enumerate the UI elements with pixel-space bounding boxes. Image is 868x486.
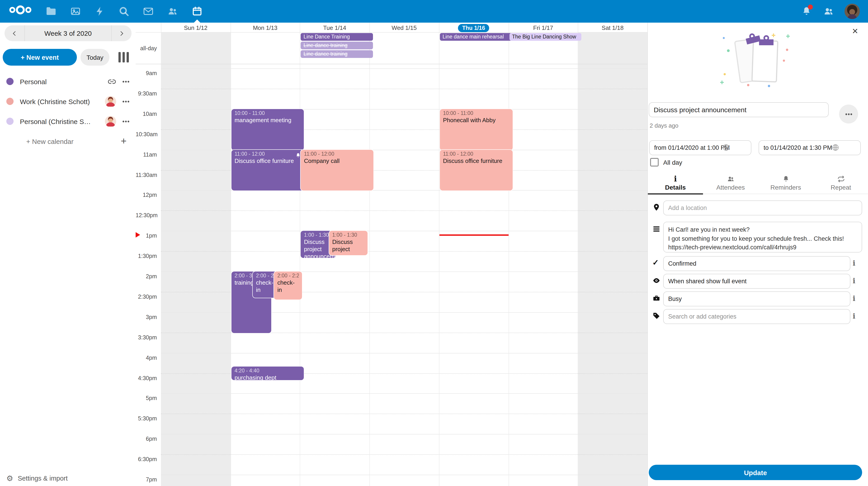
calendar-app-icon[interactable] <box>192 6 203 17</box>
event-check-in[interactable]: 2:00 - 2:20check-in <box>274 271 302 299</box>
new-calendar-button[interactable]: + New calendar+ <box>0 131 135 151</box>
event-management-meeting[interactable]: 10:00 - 11:00management meeting <box>231 109 304 150</box>
time-label: 2:30pm <box>135 294 157 300</box>
allday-event[interactable]: Line Dance Training <box>301 33 373 41</box>
tab-repeat[interactable]: Repeat <box>813 172 868 194</box>
shared-by-avatar <box>105 116 116 127</box>
column-divider <box>578 23 579 486</box>
calendar-list-item[interactable]: Personal (Christine Schott) <box>0 111 135 131</box>
weekend-shading <box>578 32 647 486</box>
event-company-call[interactable]: 11:00 - 12:00Company call <box>301 149 373 191</box>
photos-app-icon[interactable] <box>70 6 81 17</box>
end-datetime-input[interactable] <box>758 140 861 155</box>
plus-icon[interactable]: + <box>121 135 127 147</box>
confirmed-select[interactable]: Confirmed <box>663 256 850 271</box>
time-label: 3pm <box>135 314 157 320</box>
tab-reminders[interactable]: Reminders <box>758 172 813 194</box>
info-icon[interactable]: i <box>852 312 855 320</box>
top-bar <box>0 0 868 23</box>
mail-app-icon[interactable] <box>143 6 154 17</box>
all-day-checkbox[interactable] <box>650 158 659 167</box>
search-app-icon[interactable] <box>119 6 129 17</box>
event-discuss-office-furniture[interactable]: 11:00 - 12:00Discuss office furniture <box>440 149 513 191</box>
previous-week-button[interactable] <box>4 25 24 41</box>
close-icon[interactable]: × <box>852 26 858 36</box>
allday-event[interactable]: Line dance training <box>301 41 373 49</box>
description-textarea[interactable]: Hi Carl! are you in next week? I got som… <box>663 222 862 253</box>
files-app-icon[interactable] <box>46 6 57 17</box>
event-time: 1:00 - 1:30 <box>332 232 364 238</box>
search-or-add-categories-select[interactable]: Search or add categories <box>663 309 850 324</box>
event-discuss-office-furniture[interactable]: 11:00 - 12:00Discuss office furniture <box>231 149 304 191</box>
settings-import-button[interactable]: ⚙ Settings & import <box>0 470 135 486</box>
time-label: 6:30pm <box>135 456 157 462</box>
activity-app-icon[interactable] <box>94 6 105 17</box>
today-day-pill: Thu 1/16 <box>458 24 489 32</box>
event-purchasing-dept[interactable]: 4:20 - 4:40purchasing dept <box>231 366 304 380</box>
allday-event[interactable]: The Big Line Dancing Show <box>509 33 581 41</box>
contacts-menu-icon[interactable] <box>823 6 834 17</box>
calendar-menu-icon[interactable] <box>122 77 130 86</box>
tab-attendees[interactable]: Attendees <box>703 172 758 194</box>
user-avatar[interactable] <box>844 4 860 19</box>
info-icon[interactable]: i <box>852 277 855 285</box>
next-week-button[interactable] <box>112 25 131 41</box>
busy-select[interactable]: Busy <box>663 291 850 306</box>
calendar-menu-icon[interactable] <box>122 117 130 125</box>
event-discuss-project[interactable]: 1:00 - 1:30Discuss project <box>329 231 368 255</box>
calendar-list-item[interactable]: Work (Christine Schott) <box>0 91 135 111</box>
day-header-sun[interactable]: Sun 1/12 <box>161 23 230 33</box>
event-time: 10:00 - 11:00 <box>235 110 301 117</box>
sidebar: Week 3 of 2020 + New event Today Persona… <box>0 23 135 486</box>
tab-details[interactable]: iDetails <box>648 172 703 194</box>
event-title: Discuss office furniture <box>443 157 509 165</box>
info-icon[interactable]: i <box>852 259 855 267</box>
contacts-app-icon[interactable] <box>167 6 178 17</box>
week-label[interactable]: Week 3 of 2020 <box>24 25 112 41</box>
time-label: 6pm <box>135 436 157 442</box>
start-datetime-input[interactable] <box>649 140 751 155</box>
view-mode-toggle-icon[interactable] <box>119 52 133 62</box>
calendar-list-item[interactable]: Personal <box>0 72 135 91</box>
slot-line <box>161 353 647 353</box>
event-title-input[interactable] <box>649 102 829 117</box>
column-divider <box>161 23 161 486</box>
event-phonecall-with-abby[interactable]: 10:00 - 11:00Phonecall with Abby <box>440 109 513 150</box>
slot-line <box>161 454 647 455</box>
active-tab-underline <box>648 193 703 195</box>
calendar-list: PersonalWork (Christine Schott)Personal … <box>0 72 135 151</box>
check-icon: ✓ <box>652 259 660 267</box>
day-header-sat[interactable]: Sat 1/18 <box>578 23 647 33</box>
briefcase-icon <box>652 294 660 302</box>
day-header-fri[interactable]: Fri 1/17 <box>508 23 578 33</box>
time-label: 12pm <box>135 192 157 198</box>
calendar-menu-icon[interactable] <box>122 97 130 106</box>
info-icon: i <box>648 173 703 183</box>
new-event-button[interactable]: + New event <box>3 49 77 66</box>
allday-event[interactable]: Line dance main rehearsal <box>440 33 512 41</box>
location-pin-icon <box>652 203 660 211</box>
tab-label: Attendees <box>703 184 758 191</box>
update-button[interactable]: Update <box>649 465 862 480</box>
people2-icon <box>703 173 758 183</box>
location-input[interactable] <box>663 200 862 216</box>
when-shared-show-full-event-select[interactable]: When shared show full event <box>663 274 850 289</box>
event-title: Discuss project announcement <box>304 238 333 258</box>
day-header-thu[interactable]: Thu 1/16 <box>439 23 508 33</box>
weekend-shading <box>161 32 230 486</box>
new-calendar-label: + New calendar <box>26 137 121 145</box>
day-header-tue[interactable]: Tue 1/14 <box>300 23 369 33</box>
today-button[interactable]: Today <box>81 49 110 66</box>
last-modified-text: 2 days ago <box>650 122 678 129</box>
share-link-icon[interactable] <box>107 77 116 86</box>
info-icon[interactable]: i <box>852 294 855 303</box>
clipboard-illustration <box>719 32 797 91</box>
tag-icon <box>652 312 660 320</box>
time-label: 11:30am <box>135 172 157 178</box>
day-header-mon[interactable]: Mon 1/13 <box>230 23 300 33</box>
nextcloud-logo-icon[interactable] <box>7 4 33 19</box>
day-header-wed[interactable]: Wed 1/15 <box>369 23 439 33</box>
notifications-bell-icon[interactable] <box>801 6 812 17</box>
event-actions-menu-button[interactable] <box>839 105 858 123</box>
allday-event[interactable]: Line dance training <box>301 50 373 58</box>
